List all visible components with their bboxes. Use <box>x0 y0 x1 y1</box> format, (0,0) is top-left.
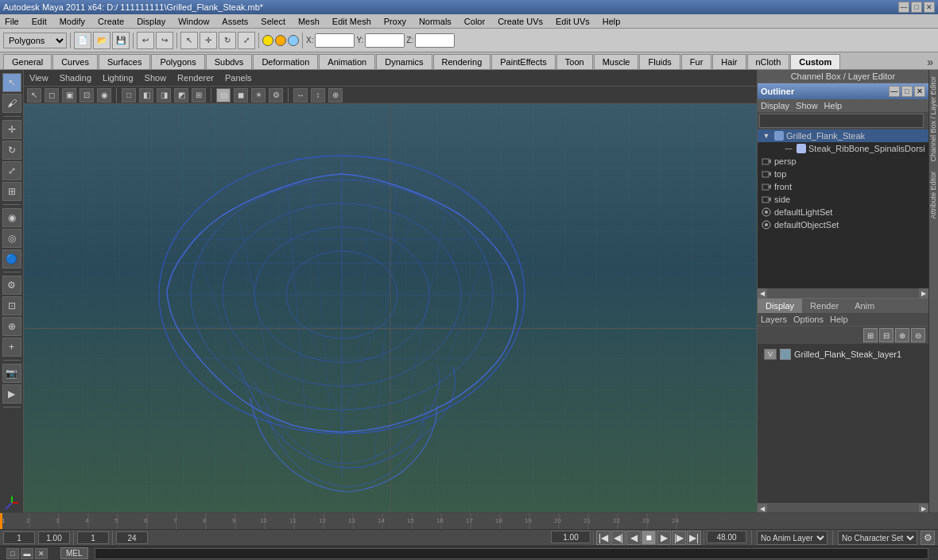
outliner-menu-help[interactable]: Help <box>824 101 843 110</box>
vp-icon-5[interactable]: ◉ <box>97 88 111 102</box>
outliner-minimize-button[interactable]: — <box>889 86 900 97</box>
mel-button[interactable]: MEL <box>60 547 88 559</box>
vp-icon-4[interactable]: ⊡ <box>79 88 94 102</box>
rotate-button[interactable]: ↻ <box>219 32 236 49</box>
soft-mod-tool[interactable]: ◎ <box>2 229 21 248</box>
frame-input[interactable] <box>77 531 109 544</box>
cb-tab-anim[interactable]: Anim <box>847 299 882 313</box>
outliner-item-grilled-flank-steak[interactable]: ▼ Grilled_Flank_Steak <box>758 129 928 142</box>
cb-subtab-options[interactable]: Options <box>793 315 824 324</box>
tab-polygons[interactable]: Polygons <box>151 54 204 69</box>
cb-subtab-layers[interactable]: Layers <box>761 315 787 324</box>
menu-item-select[interactable]: Select <box>258 17 289 26</box>
layer-item-default[interactable]: V Grilled_Flank_Steak_layer1 <box>761 347 925 361</box>
vp-icon-13[interactable]: ↕ <box>311 88 325 102</box>
scale-tool[interactable]: ⤢ <box>2 161 21 180</box>
menu-item-file[interactable]: File <box>2 17 22 26</box>
menu-item-proxy[interactable]: Proxy <box>381 17 409 26</box>
side-tab-attribute-editor[interactable]: Attribute Editor <box>929 168 937 222</box>
vp-menu-renderer[interactable]: Renderer <box>175 73 216 83</box>
rotate-tool[interactable]: ↻ <box>2 141 21 160</box>
vp-menu-panels[interactable]: Panels <box>223 73 254 83</box>
minimize-button[interactable]: — <box>898 2 909 13</box>
menu-item-edit[interactable]: Edit <box>29 17 50 26</box>
soft-select-tool[interactable]: ◉ <box>2 208 21 227</box>
tab-ncloth[interactable]: nCloth <box>747 54 790 69</box>
layer-tb-btn-2[interactable]: ⊟ <box>879 328 893 342</box>
outliner-scroll-track[interactable] <box>767 288 919 298</box>
layer-tb-btn-3[interactable]: ⊕ <box>895 328 909 342</box>
timeline-bar[interactable]: 1 2 3 4 5 6 7 8 9 <box>0 513 938 529</box>
layer-visibility-btn[interactable]: V <box>764 349 777 360</box>
scale-button[interactable]: ⤢ <box>238 32 255 49</box>
step-back-button[interactable]: ◀| <box>611 531 626 545</box>
menu-item-create[interactable]: Create <box>95 17 127 26</box>
paint-tool[interactable]: 🖌 <box>2 94 21 113</box>
open-button[interactable]: 📂 <box>93 32 110 49</box>
menu-item-modify[interactable]: Modify <box>56 17 88 26</box>
menu-item-edit-uvs[interactable]: Edit UVs <box>552 17 593 26</box>
show-manip[interactable]: ⚙ <box>2 276 21 295</box>
vp-icon-12[interactable]: ↔ <box>293 88 308 102</box>
menu-item-assets[interactable]: Assets <box>219 17 251 26</box>
tab-hair[interactable]: Hair <box>712 54 746 69</box>
anim-layer-select[interactable]: No Anim Layer <box>757 531 828 545</box>
tab-fluids[interactable]: Fluids <box>639 54 680 69</box>
tab-rendering[interactable]: Rendering <box>433 54 491 69</box>
menu-item-display[interactable]: Display <box>134 17 169 26</box>
tab-deformation[interactable]: Deformation <box>253 54 318 69</box>
snap-point[interactable]: + <box>2 338 21 357</box>
tab-subdvs[interactable]: Subdvs <box>206 54 253 69</box>
outliner-menu-show[interactable]: Show <box>796 101 818 110</box>
save-button[interactable]: 💾 <box>112 32 130 49</box>
outliner-maximize-button[interactable]: □ <box>901 86 913 97</box>
tab-fur[interactable]: Fur <box>681 54 712 69</box>
char-set-select[interactable]: No Character Set <box>838 531 917 545</box>
vp-icon-9[interactable]: ◩ <box>174 88 188 102</box>
vp-icon-11[interactable]: ⚙ <box>269 88 283 102</box>
sculpt-tool[interactable]: 🔵 <box>2 249 21 268</box>
camera-tool[interactable]: 📷 <box>2 364 21 383</box>
outliner-item-default-light-set[interactable]: defaultLightSet <box>758 206 928 218</box>
vp-shading-icon[interactable]: ▤ <box>216 88 231 102</box>
layer-tb-btn-1[interactable]: ⊞ <box>863 328 878 342</box>
end-frame-input[interactable] <box>116 531 148 544</box>
tab-custom[interactable]: Custom <box>790 54 840 69</box>
vp-menu-show[interactable]: Show <box>142 73 169 83</box>
snap-curve[interactable]: ⊕ <box>2 317 21 336</box>
render-tool[interactable]: ▶ <box>2 384 21 404</box>
select-tool[interactable]: ↖ <box>2 73 21 92</box>
stop-button[interactable]: ■ <box>641 531 656 545</box>
vp-icon-8[interactable]: ◨ <box>157 88 171 102</box>
vp-icon-6[interactable]: □ <box>122 88 136 102</box>
vp-light-icon[interactable]: ☀ <box>251 88 266 102</box>
vp-texture-icon[interactable]: ◼ <box>234 88 248 102</box>
current-frame-input[interactable] <box>38 531 70 544</box>
play-forward-button[interactable]: ▶ <box>657 531 671 545</box>
select-button[interactable]: ↖ <box>180 32 198 49</box>
menu-item-edit-mesh[interactable]: Edit Mesh <box>329 17 374 26</box>
new-scene-button[interactable]: 📄 <box>74 32 91 49</box>
outliner-item-persp[interactable]: persp <box>758 155 928 168</box>
redo-button[interactable]: ↪ <box>156 32 173 49</box>
outliner-item-front[interactable]: front <box>758 180 928 193</box>
goto-end-button[interactable]: ▶| <box>687 531 701 545</box>
outliner-item-side[interactable]: side <box>758 193 928 206</box>
viewport-content[interactable] <box>24 104 757 512</box>
anim-start-input[interactable] <box>551 531 591 543</box>
vp-menu-lighting[interactable]: Lighting <box>100 73 136 83</box>
mini-btn-2[interactable]: ▬ <box>21 548 33 559</box>
vp-icon-10[interactable]: ⊞ <box>192 88 206 102</box>
menu-item-color[interactable]: Color <box>461 17 488 26</box>
tab-toon[interactable]: Toon <box>556 54 593 69</box>
move-tool[interactable]: ✛ <box>2 120 21 139</box>
tab-muscle[interactable]: Muscle <box>594 54 639 69</box>
goto-start-button[interactable]: |◀ <box>596 531 610 545</box>
menu-item-window[interactable]: Window <box>175 17 212 26</box>
playback-options-button[interactable]: ⚙ <box>921 531 935 545</box>
cb-scroll-left[interactable]: ◀ <box>758 504 767 512</box>
close-button[interactable]: ✕ <box>924 2 935 13</box>
move-button[interactable]: ✛ <box>200 32 217 49</box>
outliner-item-rib-bone[interactable]: — Steak_RibBone_SpinalisDorsi <box>767 142 928 155</box>
layer-color-box[interactable] <box>780 349 791 360</box>
